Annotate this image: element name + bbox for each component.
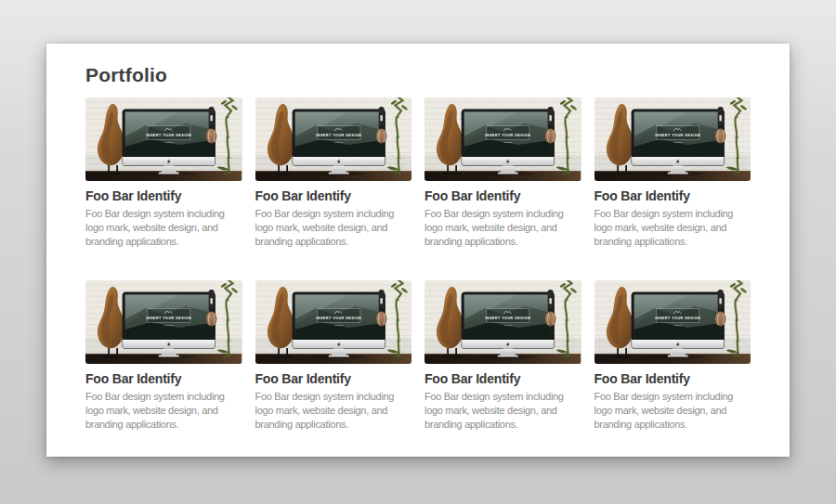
- portfolio-item[interactable]: Foo Bar Identify Foo Bar design system i…: [594, 280, 751, 432]
- portfolio-item-description: Foo Bar design system including logo mar…: [85, 390, 242, 432]
- portfolio-item-description: Foo Bar design system including logo mar…: [85, 207, 242, 249]
- portfolio-item-description: Foo Bar design system including logo mar…: [255, 207, 412, 249]
- portfolio-item[interactable]: Foo Bar Identify Foo Bar design system i…: [425, 280, 581, 432]
- portfolio-item-description: Foo Bar design system including logo mar…: [594, 207, 751, 249]
- portfolio-thumbnail[interactable]: [425, 280, 581, 364]
- portfolio-item-description: Foo Bar design system including logo mar…: [594, 390, 751, 432]
- portfolio-item-title: Foo Bar Identify: [594, 371, 751, 387]
- portfolio-item-title: Foo Bar Identify: [85, 188, 242, 204]
- portfolio-item-description: Foo Bar design system including logo mar…: [425, 390, 581, 432]
- portfolio-item[interactable]: Foo Bar Identify Foo Bar design system i…: [255, 280, 412, 432]
- portfolio-item[interactable]: Foo Bar Identify Foo Bar design system i…: [425, 97, 581, 249]
- portfolio-item-title: Foo Bar Identify: [425, 188, 581, 204]
- portfolio-item-title: Foo Bar Identify: [425, 371, 581, 387]
- portfolio-item[interactable]: Foo Bar Identify Foo Bar design system i…: [85, 97, 242, 249]
- portfolio-item-title: Foo Bar Identify: [594, 188, 751, 204]
- portfolio-grid: Foo Bar Identify Foo Bar design system i…: [85, 97, 751, 432]
- portfolio-thumbnail[interactable]: [85, 280, 242, 364]
- portfolio-item-title: Foo Bar Identify: [255, 371, 412, 387]
- portfolio-item-description: Foo Bar design system including logo mar…: [425, 207, 581, 249]
- portfolio-item[interactable]: Foo Bar Identify Foo Bar design system i…: [255, 97, 412, 249]
- page-title: Portfolio: [85, 64, 751, 86]
- portfolio-thumbnail[interactable]: [255, 97, 412, 181]
- content-card: Portfolio Foo Bar Identify Foo Bar desig…: [46, 44, 790, 457]
- portfolio-item-title: Foo Bar Identify: [255, 188, 412, 204]
- portfolio-thumbnail[interactable]: [85, 97, 242, 181]
- portfolio-item[interactable]: Foo Bar Identify Foo Bar design system i…: [85, 280, 242, 432]
- portfolio-thumbnail[interactable]: [425, 97, 581, 181]
- portfolio-thumbnail[interactable]: [594, 97, 751, 181]
- portfolio-thumbnail[interactable]: [594, 280, 751, 364]
- portfolio-item-title: Foo Bar Identify: [85, 371, 242, 387]
- portfolio-item-description: Foo Bar design system including logo mar…: [255, 390, 412, 432]
- portfolio-thumbnail[interactable]: [255, 280, 412, 364]
- portfolio-item[interactable]: Foo Bar Identify Foo Bar design system i…: [594, 97, 751, 249]
